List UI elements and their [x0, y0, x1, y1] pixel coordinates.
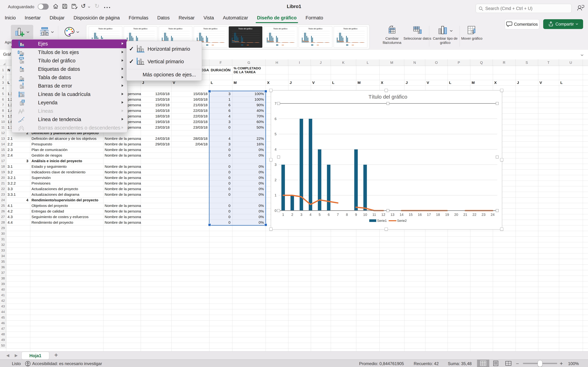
row-header-40[interactable]: 40: [0, 287, 6, 292]
zoom-in-icon[interactable]: +: [560, 360, 563, 367]
row-header-32[interactable]: 32: [0, 242, 6, 248]
zoom-out-icon[interactable]: −: [516, 361, 519, 367]
column-header-K[interactable]: K: [331, 59, 356, 66]
add-sheet-icon[interactable]: +: [54, 351, 58, 359]
column-header-J[interactable]: J: [311, 59, 331, 66]
column-header-M[interactable]: M: [379, 59, 404, 66]
row-header-42[interactable]: 42: [0, 298, 6, 304]
row-header-7[interactable]: 7: [0, 102, 6, 108]
select-all-corner[interactable]: [0, 59, 6, 66]
menu-item-líneas-de-la-cuadrícula[interactable]: Líneas de la cuadrícula: [12, 90, 127, 99]
next-sheet-icon[interactable]: ▶: [15, 353, 18, 358]
chart-frame-handle[interactable]: [500, 89, 503, 92]
row-header-37[interactable]: 37: [0, 270, 6, 275]
chart-frame-handle[interactable]: [500, 158, 503, 161]
selection-handle[interactable]: [264, 223, 267, 226]
row-header-41[interactable]: 41: [0, 292, 6, 298]
embedded-chart[interactable]: Título del gráfico0123456712345678910111…: [271, 90, 502, 230]
row-header-38[interactable]: 38: [0, 275, 6, 281]
menu-item-títulos-de-los-ejes[interactable]: Títulos de los ejes: [12, 48, 127, 57]
row-header-10[interactable]: 10: [0, 119, 6, 125]
chart-frame-handle[interactable]: [269, 227, 272, 231]
row-header-17[interactable]: 17: [0, 158, 6, 164]
ribbon-button-move-chart[interactable]: Mover gráfico: [461, 25, 483, 49]
row-header-19[interactable]: 19: [0, 169, 6, 175]
selection-handle[interactable]: [208, 90, 211, 93]
column-header-P[interactable]: P: [448, 59, 470, 66]
column-header-T[interactable]: T: [538, 59, 559, 66]
column-header-R[interactable]: R: [493, 59, 516, 66]
row-header-25[interactable]: 25: [0, 203, 6, 209]
row-header-33[interactable]: 33: [0, 248, 6, 253]
row-header-44[interactable]: 44: [0, 309, 6, 315]
ribbon-tab-revisar[interactable]: Revisar: [178, 14, 195, 22]
ribbon-tab-inicio[interactable]: Inicio: [4, 14, 16, 22]
ribbon-tab-datos[interactable]: Datos: [157, 14, 170, 22]
row-header-27[interactable]: 27: [0, 214, 6, 220]
row-header-16[interactable]: 16: [0, 153, 6, 158]
ribbon-tab-f-rmulas[interactable]: Fórmulas: [128, 14, 149, 22]
chart-frame-handle[interactable]: [500, 227, 503, 231]
ribbon-tab-formato[interactable]: Formato: [305, 14, 324, 22]
row-header-15[interactable]: 15: [0, 147, 6, 153]
row-header-12[interactable]: 12: [0, 130, 6, 136]
autosave-toggle[interactable]: [38, 4, 49, 10]
row-header-3[interactable]: 3: [0, 80, 6, 85]
accessibility-icon[interactable]: [25, 361, 31, 367]
row-header-50[interactable]: 50: [0, 343, 6, 348]
zoom-slider-thumb[interactable]: [538, 360, 543, 367]
column-header-N[interactable]: N: [404, 59, 425, 66]
sheet-tab[interactable]: Hoja1: [22, 352, 49, 359]
search-box[interactable]: [476, 4, 571, 13]
column-header-S[interactable]: S: [516, 59, 538, 66]
row-header-28[interactable]: 28: [0, 220, 6, 225]
row-header-45[interactable]: 45: [0, 315, 6, 320]
row-header-11[interactable]: 11: [0, 125, 6, 130]
menu-item-título-del-gráfico[interactable]: Título del gráfico: [12, 57, 127, 65]
row-header-36[interactable]: 36: [0, 264, 6, 270]
row-header-24[interactable]: 24: [0, 197, 6, 203]
ribbon-tab-vista[interactable]: Vista: [203, 14, 214, 22]
row-header-35[interactable]: 35: [0, 259, 6, 264]
row-header-22[interactable]: 22: [0, 186, 6, 192]
menu-item-ejes[interactable]: Ejes: [12, 40, 127, 48]
undo-chevron-icon[interactable]: [88, 6, 90, 9]
search-input[interactable]: [485, 5, 570, 12]
ribbon-tab-dibujar[interactable]: Dibujar: [49, 14, 65, 22]
ribbon-button-change-chart-type[interactable]: Cambiar tipo de gráfico: [431, 25, 459, 49]
column-header-O[interactable]: O: [425, 59, 448, 66]
chart-frame-handle[interactable]: [385, 89, 388, 92]
name-box[interactable]: Gráf: [3, 52, 11, 57]
menu-item-tabla-de-datos[interactable]: Tabla de datos: [12, 73, 127, 82]
menu-item-etiquetas-de-datos[interactable]: Etiquetas de datos: [12, 65, 127, 73]
row-header-14[interactable]: 14: [0, 141, 6, 147]
column-header-I[interactable]: I: [288, 59, 311, 66]
row-header-30[interactable]: 30: [0, 231, 6, 236]
submenu-item-mas-opciones-de-ejes[interactable]: Más opciones de ejes...: [127, 70, 202, 79]
zoom-level[interactable]: 100%: [568, 361, 579, 366]
column-header-G[interactable]: G: [232, 59, 266, 66]
chart-frame-handle[interactable]: [269, 158, 272, 161]
row-header-26[interactable]: 26: [0, 209, 6, 214]
row-header-4[interactable]: 4: [0, 85, 6, 91]
ribbon-tab-insertar[interactable]: Insertar: [24, 14, 41, 22]
row-header-29[interactable]: 29: [0, 225, 6, 231]
menu-item-barras-de-error[interactable]: Barras de error: [12, 82, 127, 90]
selection-handle[interactable]: [264, 90, 267, 93]
row-header-23[interactable]: 23: [0, 192, 6, 197]
ribbon-tab-dise-o-de-gr-fico[interactable]: Diseño de gráfico: [257, 14, 297, 22]
prev-sheet-icon[interactable]: ◀: [6, 353, 9, 358]
row-header-21[interactable]: 21: [0, 181, 6, 186]
undo-icon[interactable]: ↺: [81, 2, 86, 9]
row-header-43[interactable]: 43: [0, 304, 6, 309]
row-header-49[interactable]: 49: [0, 337, 6, 343]
selection-handle[interactable]: [208, 223, 211, 226]
ribbon-tab-disposici-n-de-p-gina[interactable]: Disposición de página: [73, 14, 120, 22]
row-header-46[interactable]: 46: [0, 320, 6, 326]
ribbon-button-swap-row-column[interactable]: Cambiar fila/columna: [379, 25, 405, 49]
row-header-6[interactable]: 6: [0, 97, 6, 102]
row-header-9[interactable]: 9: [0, 113, 6, 119]
column-header-U[interactable]: U: [559, 59, 583, 66]
save-as-icon[interactable]: [71, 3, 78, 10]
row-header-13[interactable]: 13: [0, 136, 6, 141]
